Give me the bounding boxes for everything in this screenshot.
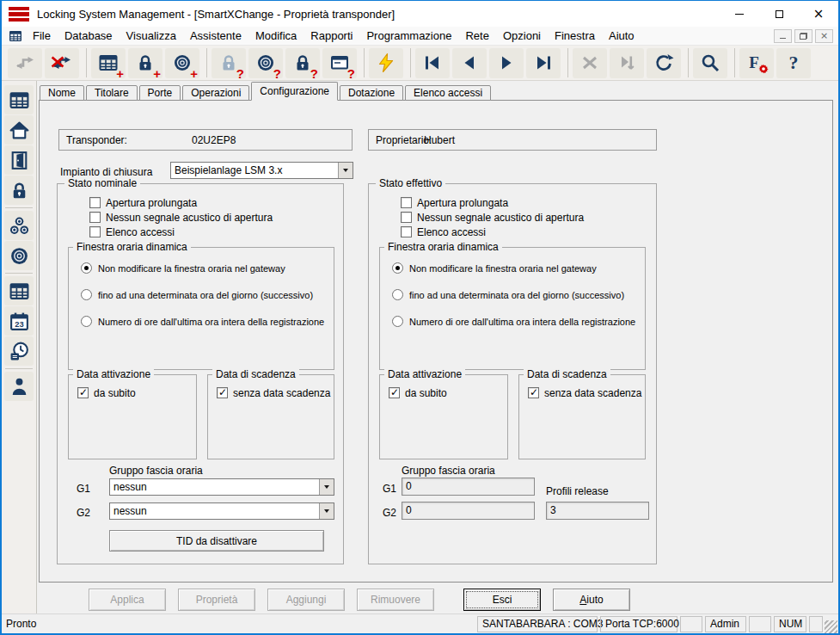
radio-icon[interactable] [392,289,403,300]
tab-operazioni[interactable]: Operazioni [182,85,249,101]
sidebar-transponders-button[interactable] [4,241,34,270]
radio-non-modificare-la-finestra-oraria-nel-gateway[interactable]: Non modificare la finestra oraria nel ga… [392,262,645,274]
checkbox-elenco-accessi[interactable]: Elenco accessi [401,225,649,238]
menu-database[interactable]: Database [58,28,120,44]
checkbox-icon[interactable] [77,387,89,398]
esci-button[interactable]: Esci [463,589,541,611]
checkbox-icon[interactable] [389,387,400,398]
sidebar-persons-button[interactable] [4,372,34,401]
menu-rapporti[interactable]: Rapporti [304,28,359,44]
checkbox-icon[interactable] [217,387,228,398]
sidebar-areas-button[interactable] [4,115,34,145]
toolbar-read-lock-button[interactable]: ? [212,48,246,78]
toolbar-next-record-button[interactable] [489,48,524,78]
dropdown-button[interactable] [338,163,353,178]
menu-modifica[interactable]: Modifica [248,28,304,44]
checkbox-elenco-accessi[interactable]: Elenco accessi [89,225,336,238]
sidebar-transponder-groups-button[interactable] [4,211,34,240]
menu-assistente[interactable]: Assistente [183,28,248,44]
maximize-button[interactable] [759,1,799,27]
tab-nome[interactable]: Nome [40,85,84,101]
close-button[interactable]: × [799,1,838,27]
toolbar-last-record-button[interactable] [526,48,561,78]
toolbar-program-button[interactable] [369,48,403,78]
toolbar-previous-record-button[interactable] [452,48,487,78]
toolbar-cancel-button[interactable] [573,48,607,78]
radio-icon[interactable] [81,262,92,274]
radio-fino-ad-una-determinata-ora-del-giorno-successivo[interactable]: fino ad una determinata ora del giorno (… [392,288,645,301]
resize-grip[interactable] [825,620,837,633]
toolbar-new-transponder-button[interactable]: + [165,48,199,78]
menu-programmazione[interactable]: Programmazione [359,28,458,44]
checkbox-senza-data-scadenza[interactable]: senza data scadenza [217,386,330,399]
tab-porte[interactable]: Porte [139,85,181,101]
dropdown-button[interactable] [319,479,334,495]
checkbox-apertura-prolungata[interactable]: Apertura prolungata [401,196,649,209]
sidebar-doors-button[interactable] [4,145,34,175]
checkbox-icon[interactable] [401,212,412,223]
toolbar-new-lock-button[interactable]: + [128,48,162,78]
checkbox-apertura-prolungata[interactable]: Apertura prolungata [89,196,336,209]
tab-configurazione[interactable]: Configurazione [251,82,338,101]
checkbox-da-subito[interactable]: da subito [77,386,136,399]
menu-visualizza[interactable]: Visualizza [120,28,183,44]
g2-select[interactable]: nessun [109,502,334,520]
checkbox-icon[interactable] [89,197,101,208]
checkbox-nessun-segnale-acustico-di-apertura[interactable]: Nessun segnale acustico di apertura [89,211,336,224]
toolbar-help-button[interactable]: ? [776,48,811,78]
minimize-button[interactable] [720,1,759,27]
profili-release-field[interactable]: 3 [546,502,649,520]
sidebar-locks-button[interactable] [4,176,34,205]
toolbar-read-window-button[interactable]: ? [322,48,357,78]
checkbox-da-subito[interactable]: da subito [389,386,447,399]
menu-finestra[interactable]: Finestra [548,28,602,44]
tab-dotazione[interactable]: Dotazione [340,85,403,101]
toolbar-connect-button[interactable] [8,48,42,78]
toolbar-disconnect-button[interactable] [45,48,79,78]
checkbox-icon[interactable] [528,387,539,398]
toolbar-first-record-button[interactable] [415,48,450,78]
tid-disattivare-button[interactable]: TID da disattivare [109,530,324,552]
menu-opzioni[interactable]: Opzioni [496,28,548,44]
toolbar-jump-to-end-button[interactable] [610,48,644,78]
g1-field[interactable]: 0 [402,478,535,496]
tab-elenco-accessi[interactable]: Elenco accessi [405,85,491,101]
radio-icon[interactable] [81,316,92,327]
checkbox-senza-data-scadenza[interactable]: senza data scadenza [528,386,641,399]
tab-titolare[interactable]: Titolare [86,85,138,101]
toolbar-new-locking-system-button[interactable]: + [91,48,126,78]
menu-rete[interactable]: Rete [458,28,495,44]
sidebar-schedules-button[interactable] [4,276,34,305]
g2-field[interactable]: 0 [402,502,535,520]
sidebar-calendar-button[interactable] [4,306,34,336]
menu-aiuto[interactable]: Aiuto [602,28,641,44]
checkbox-icon[interactable] [401,197,412,208]
radio-icon[interactable] [392,316,403,327]
toolbar-read-transponder-button[interactable]: ? [248,48,283,78]
checkbox-nessun-segnale-acustico-di-apertura[interactable]: Nessun segnale acustico di apertura [401,211,649,224]
radio-non-modificare-la-finestra-oraria-nel-gateway[interactable]: Non modificare la finestra oraria nel ga… [81,262,334,274]
radio-icon[interactable] [392,262,403,274]
mdi-close-button[interactable]: × [815,29,833,43]
radio-icon[interactable] [81,289,92,300]
radio-numero-di-ore-dall-ultima-ora-intera-della-registrazione[interactable]: Numero di ore dall'ultima ora intera del… [81,315,334,328]
toolbar-read-lock-net-button[interactable]: ? [285,48,320,78]
locking-system-select[interactable]: Beispielanlage LSM 3.x [170,162,353,179]
radio-fino-ad-una-determinata-ora-del-giorno-successivo[interactable]: fino ad una determinata ora del giorno (… [81,288,334,301]
checkbox-icon[interactable] [89,226,101,237]
toolbar-refresh-button[interactable] [647,48,681,78]
menu-file[interactable]: File [26,28,58,44]
checkbox-icon[interactable] [401,226,412,237]
mdi-restore-button[interactable] [794,29,812,43]
g1-select[interactable]: nessun [109,478,334,496]
dropdown-button[interactable] [319,503,334,519]
aiuto-button[interactable]: Aiuto [553,589,630,611]
g1-value: 0 [406,480,412,492]
checkbox-icon[interactable] [89,212,101,223]
radio-numero-di-ore-dall-ultima-ora-intera-della-registrazione[interactable]: Numero di ore dall'ultima ora intera del… [392,315,645,328]
toolbar-search-button[interactable] [693,48,727,78]
sidebar-time-zone-plan-button[interactable] [4,336,34,366]
sidebar-matrix-button[interactable] [4,85,34,114]
toolbar-filter-settings-button[interactable]: F [739,48,774,78]
mdi-minimize-button[interactable] [774,29,792,43]
